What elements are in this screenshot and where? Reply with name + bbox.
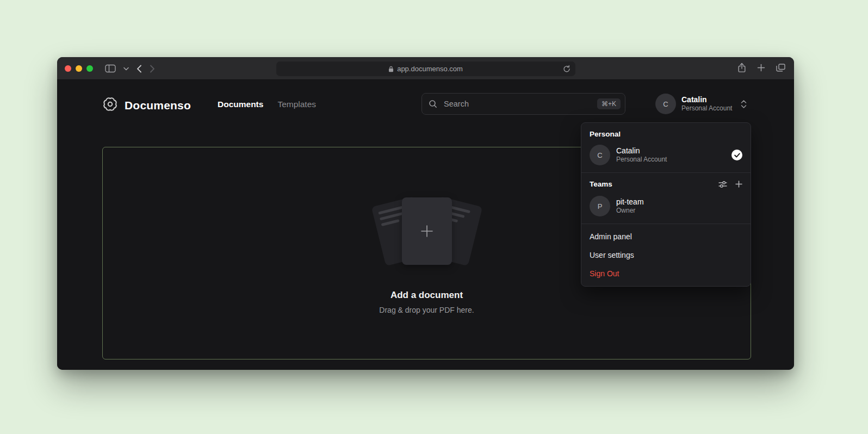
menu-teams-label: Teams xyxy=(590,180,612,188)
document-stack-illustration xyxy=(362,191,492,276)
account-menu-trigger[interactable]: C Catalin Personal Account xyxy=(655,93,747,115)
minimize-window-button[interactable] xyxy=(76,65,82,72)
plus-icon xyxy=(418,222,436,240)
account-subtitle: Personal Account xyxy=(681,104,732,113)
tab-overview-icon[interactable] xyxy=(776,64,785,74)
documenso-app: Documenso Documents Templates ⌘+K C Cata… xyxy=(57,80,794,370)
menu-item-sign-out[interactable]: Sign Out xyxy=(581,264,751,283)
traffic-lights xyxy=(65,57,93,80)
brand[interactable]: Documenso xyxy=(102,96,191,114)
menu-team-row[interactable]: P pit-team Owner xyxy=(581,193,751,224)
brand-name: Documenso xyxy=(125,99,191,112)
manage-teams-icon[interactable] xyxy=(718,181,727,188)
lock-icon xyxy=(388,66,394,72)
documenso-logo-icon xyxy=(102,96,118,114)
menu-personal-name: Catalin xyxy=(616,146,667,156)
dropzone-title: Add a document xyxy=(390,290,463,301)
menu-personal-account-row[interactable]: C Catalin Personal Account xyxy=(581,142,751,172)
url-text: app.documenso.com xyxy=(397,65,463,73)
search-icon xyxy=(429,100,437,108)
sidebar-chevron-down-icon[interactable] xyxy=(123,67,129,71)
account-name: Catalin xyxy=(681,95,732,105)
share-icon[interactable] xyxy=(737,63,746,75)
selected-check-icon xyxy=(731,150,742,160)
nav-documents[interactable]: Documents xyxy=(218,100,263,109)
chevron-up-down-icon xyxy=(741,100,747,109)
search-bar[interactable]: ⌘+K xyxy=(421,93,625,115)
sidebar-toggle-icon[interactable] xyxy=(105,64,116,73)
account-dropdown-menu: Personal C Catalin Personal Account Team… xyxy=(581,122,751,287)
nav-templates[interactable]: Templates xyxy=(277,100,316,109)
new-tab-icon[interactable] xyxy=(757,64,765,74)
menu-teams-header: Teams xyxy=(581,173,751,193)
search-input[interactable] xyxy=(443,99,592,109)
toolbar-right-icons xyxy=(737,57,785,80)
toolbar-left-icons xyxy=(105,57,155,80)
menu-item-user-settings[interactable]: User settings xyxy=(581,246,751,264)
main-nav: Documents Templates xyxy=(218,100,316,109)
back-icon[interactable] xyxy=(137,65,142,73)
search-shortcut-badge: ⌘+K xyxy=(597,98,621,109)
account-avatar: C xyxy=(655,94,676,114)
menu-personal-subtitle: Personal Account xyxy=(616,156,667,164)
reload-icon[interactable] xyxy=(563,65,571,75)
zoom-window-button[interactable] xyxy=(86,65,93,72)
add-team-icon[interactable] xyxy=(735,181,742,188)
close-window-button[interactable] xyxy=(65,65,71,72)
url-bar[interactable]: app.documenso.com xyxy=(276,61,575,76)
browser-window: app.documenso.com xyxy=(57,57,794,370)
menu-personal-label: Personal xyxy=(581,123,751,142)
browser-toolbar: app.documenso.com xyxy=(57,57,794,80)
forward-icon[interactable] xyxy=(150,65,155,73)
dropzone-subtitle: Drag & drop your PDF here. xyxy=(379,306,474,314)
document-card-center xyxy=(402,197,452,265)
menu-team-role: Owner xyxy=(616,207,644,215)
menu-team-avatar: P xyxy=(590,196,610,216)
menu-team-name: pit-team xyxy=(616,197,644,207)
menu-item-admin-panel[interactable]: Admin panel xyxy=(581,227,751,246)
menu-personal-avatar: C xyxy=(590,145,610,165)
